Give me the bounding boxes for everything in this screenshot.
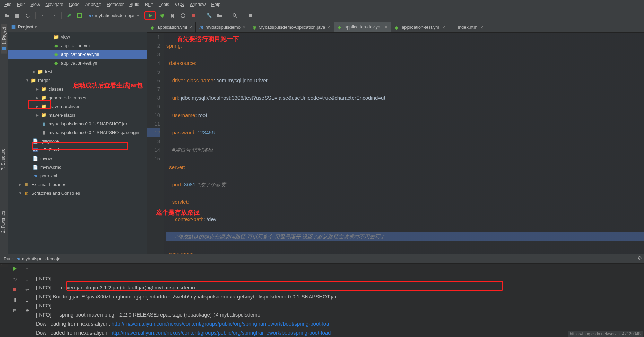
pause-icon[interactable]: ⏸ [11,296,18,303]
watermark: https://blog.csdn.net/weixin_47120348 [568,331,643,337]
back-icon[interactable]: ← [39,11,47,20]
debug-button[interactable] [158,11,166,20]
menu-file[interactable]: File [1,1,14,8]
toolbar: ← → m mybatispulsdemojar ▾ 🔧 [0,9,644,22]
menu-analyze[interactable]: Analyze [82,1,104,8]
tree-folder-view[interactable]: 📁view [8,33,147,41]
menu-tools[interactable]: Tools [156,1,172,8]
tab-application-test-yml[interactable]: ◆application-test.yml× [391,22,449,32]
close-icon[interactable]: × [327,25,330,30]
tab-application-dev-yml[interactable]: ◆application-dev.yml× [334,22,392,32]
tree-external-libraries[interactable]: ▶⫼External Libraries [8,180,147,189]
tree-file-mvnw-cmd[interactable]: 📄mvnw.cmd [8,163,147,171]
red-outline-building-jar [66,281,503,291]
run-config-label: mybatispulsdemojar [95,13,135,18]
red-outline-jar-file [32,142,128,150]
tree-file-application-dev-yml[interactable]: ◆application-dev.yml [8,50,147,59]
run-panel-header: Run: mmybatispulsdemojar ⚙ [0,254,644,264]
build-hammer-icon[interactable] [65,11,73,20]
menu-help[interactable]: Help [208,1,223,8]
attach-icon[interactable] [246,11,255,20]
run-panel-config[interactable]: mmybatispulsdemojar [16,256,62,261]
svg-rect-2 [173,14,174,18]
tree-file-snapshot-jar[interactable]: ▮mybatispulsdemo-0.0.1-SNAPSHOT.jar [8,119,147,128]
vtab-project[interactable]: 1: Project [1,24,7,54]
close-icon[interactable]: × [243,25,245,30]
rerun-icon[interactable] [11,265,18,272]
tree-file-application-test-yml[interactable]: ◆application-test.yml [8,59,147,67]
vtab-structure[interactable]: 7: Structure [0,146,6,173]
svg-rect-7 [2,47,6,50]
close-icon[interactable]: × [480,25,483,30]
svg-rect-8 [12,25,16,29]
tree-folder-test[interactable]: ▶📁test [8,67,147,76]
run-coverage-icon[interactable] [168,11,177,20]
tree-folder-target[interactable]: ▼📁target [8,76,147,85]
search-everywhere-icon[interactable] [231,11,239,20]
up-trace-icon[interactable]: ↑ [24,265,31,272]
tree-scratches[interactable]: ▼◐Scratches and Consoles [8,189,147,197]
menu-run[interactable]: Run [142,1,156,8]
run-config-selector[interactable]: m mybatispulsdemojar ▾ [86,12,142,19]
exit-icon[interactable]: ⊟ [11,307,18,314]
menu-bar: File Edit View Navigate Code Analyze Ref… [0,0,644,9]
tab-application-java[interactable]: ◉MybatispulsdemoApplication.java× [249,22,334,32]
code-content[interactable]: spring: datasource: driver-class-name: c… [164,33,644,254]
menu-view[interactable]: View [27,1,43,8]
tree-file-application-yml[interactable]: ◆application.yml [8,41,147,50]
project-tool-window: Project ▾ 📁view ◆application.yml ◆applic… [8,22,147,254]
svg-rect-4 [192,14,195,17]
menu-navigate[interactable]: Navigate [43,1,66,8]
vtab-favorites[interactable]: 2: Favorites [0,208,6,236]
svg-point-1 [161,14,164,17]
attach-debugger-icon[interactable]: ⟲ [11,276,18,283]
print-icon[interactable]: 🖶 [24,307,31,314]
forward-icon[interactable]: → [50,11,58,20]
tree-folder-maven-status[interactable]: ▶📁maven-status [8,111,147,119]
open-icon[interactable] [3,11,11,20]
select-target-icon[interactable] [76,11,84,20]
soft-wrap-icon[interactable]: ↩ [24,286,31,293]
project-structure-icon[interactable] [215,11,224,20]
profiler-icon[interactable] [179,11,187,20]
menu-vcs[interactable]: VCS [172,1,187,8]
tree-folder-classes[interactable]: ▶📁classes [8,85,147,93]
stop-icon[interactable] [11,286,18,293]
menu-code[interactable]: Code [66,1,82,8]
tab-mybatispulsdemo[interactable]: mmybatispulsdemo× [196,22,249,32]
scroll-to-end-icon[interactable]: ⤓ [24,296,31,303]
vtab-structure-container: 7: Structure [0,146,8,173]
menu-edit[interactable]: Edit [14,1,27,8]
editor[interactable]: 123456789101112131415 spring: datasource… [147,33,644,254]
svg-rect-6 [249,14,252,17]
svg-rect-9 [13,288,16,291]
sync-icon[interactable] [24,11,32,20]
main-area: 1: Project Project ▾ 📁view ◆application.… [0,22,644,254]
project-panel-header[interactable]: Project ▾ [8,22,147,32]
red-outline-target [28,100,51,109]
console-output[interactable]: [INFO] [INFO] --- maven-jar-plugin:3.1.2… [33,254,644,337]
vtab-favorites-container: 2: Favorites [0,208,8,236]
tree-file-mvnw[interactable]: 📄mvnw [8,154,147,163]
tab-application-yml[interactable]: ◆application.yml× [147,22,196,32]
menu-refactor[interactable]: Refactor [104,1,127,8]
save-all-icon[interactable] [13,11,21,20]
run-toolbar-secondary: ↑ ↓ ↩ ⤓ 🖶 [21,254,33,337]
stop-button[interactable] [189,11,198,20]
svg-point-3 [181,14,185,18]
svg-rect-0 [78,14,82,18]
close-icon[interactable]: × [385,24,388,30]
tree-file-snapshot-jar-origin[interactable]: ▮mybatispulsdemo-0.0.1-SNAPSHOT.jar.orig… [8,128,147,137]
menu-window[interactable]: Window [187,1,208,8]
close-icon[interactable]: × [189,25,192,30]
down-trace-icon[interactable]: ↓ [24,276,31,283]
close-icon[interactable]: × [442,25,445,30]
tree-file-pom-xml[interactable]: mpom.xml [8,171,147,180]
settings-icon[interactable]: 🔧 [205,11,213,20]
gear-icon[interactable]: ⚙ [638,255,642,261]
tab-index-html[interactable]: Hindex.html× [449,22,487,32]
run-button[interactable] [144,11,156,20]
run-toolbar-left: ⟲ ⏸ ⊟ [8,254,21,337]
editor-tabs: ◆application.yml× mmybatispulsdemo× ◉Myb… [147,22,644,33]
menu-build[interactable]: Build [127,1,142,8]
